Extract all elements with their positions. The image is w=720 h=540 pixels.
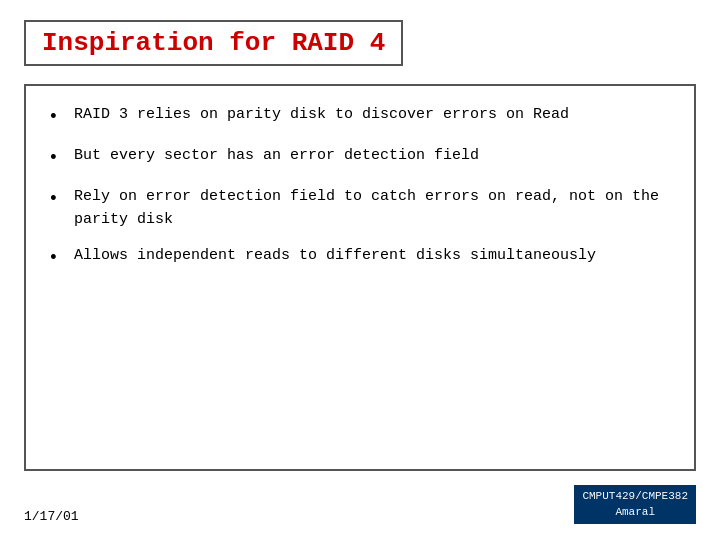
slide-container: Inspiration for RAID 4 • RAID 3 relies o… — [24, 20, 696, 524]
footer-logo: CMPUT429/CMPE382 Amaral — [574, 485, 696, 524]
title-box: Inspiration for RAID 4 — [24, 20, 403, 66]
bullet-text-1: RAID 3 relies on parity disk to discover… — [74, 104, 672, 127]
list-item: • Allows independent reads to different … — [48, 245, 672, 272]
bullet-dot-3: • — [48, 186, 68, 213]
slide-title: Inspiration for RAID 4 — [42, 28, 385, 58]
list-item: • But every sector has an error detectio… — [48, 145, 672, 172]
list-item: • RAID 3 relies on parity disk to discov… — [48, 104, 672, 131]
footer-logo-line1: CMPUT429/CMPE382 — [582, 489, 688, 504]
bullet-dot-4: • — [48, 245, 68, 272]
footer-logo-line2: Amaral — [582, 505, 688, 520]
bullet-dot-2: • — [48, 145, 68, 172]
bullet-list: • RAID 3 relies on parity disk to discov… — [48, 104, 672, 272]
footer: 1/17/01 CMPUT429/CMPE382 Amaral — [24, 481, 696, 524]
content-box: • RAID 3 relies on parity disk to discov… — [24, 84, 696, 471]
footer-date: 1/17/01 — [24, 509, 79, 524]
bullet-dot-1: • — [48, 104, 68, 131]
bullet-text-3: Rely on error detection field to catch e… — [74, 186, 672, 231]
bullet-text-4: Allows independent reads to different di… — [74, 245, 672, 268]
bullet-text-2: But every sector has an error detection … — [74, 145, 672, 168]
list-item: • Rely on error detection field to catch… — [48, 186, 672, 231]
